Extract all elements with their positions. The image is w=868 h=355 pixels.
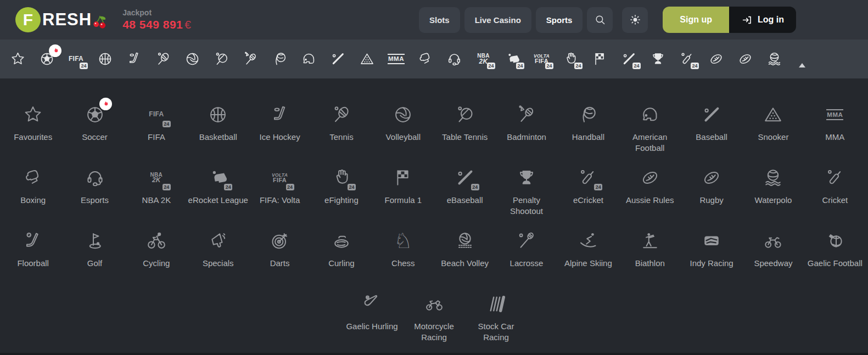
efighting-icon: 24	[562, 50, 579, 67]
sport-item-favourites[interactable]: Favourites	[2, 103, 64, 143]
bar-item-waterpolo[interactable]	[760, 45, 789, 74]
bar-item-ice-hockey[interactable]	[120, 45, 149, 74]
sport-item-specials[interactable]: Specials	[187, 229, 249, 269]
sport-item-golf[interactable]: Golf	[64, 229, 125, 269]
bar-item-aussie-rules[interactable]	[702, 45, 731, 74]
sport-item-esports[interactable]: Esports	[64, 166, 125, 206]
bar-item-favourites[interactable]	[3, 45, 32, 74]
sport-item-gaelic-hurling[interactable]: Gaelic Hurling	[341, 292, 403, 332]
rugby-icon	[737, 50, 754, 67]
sport-item-speedway[interactable]: Speedway	[742, 229, 804, 269]
bar-item-table-tennis[interactable]	[207, 45, 236, 74]
nav-sports[interactable]: Sports	[536, 7, 583, 33]
icon-box	[824, 229, 846, 253]
sport-item-ecricket[interactable]: 24eCricket	[557, 166, 619, 206]
sport-item-motorcycle-racing[interactable]: Motorcycle Racing	[403, 292, 465, 342]
bar-item-badminton[interactable]	[236, 45, 265, 74]
sport-item-lacrosse[interactable]: Lacrosse	[496, 229, 557, 269]
bar-item-handball[interactable]	[265, 45, 294, 74]
sport-item-fifa[interactable]: FIFA24FIFA	[126, 103, 187, 143]
sport-item-handball[interactable]: Handball	[557, 103, 619, 143]
sport-item-mma[interactable]: MMAMMA	[804, 103, 866, 143]
sport-item-curling[interactable]: Curling	[311, 229, 372, 269]
icon-box: 24	[577, 166, 599, 190]
sport-item-erocket-league[interactable]: 24eRocket League	[187, 166, 249, 206]
login-label: Log in	[758, 15, 784, 25]
sport-label: Speedway	[754, 258, 792, 269]
sport-item-fifa-volta[interactable]: VOLTAFIFA24FIFA: Volta	[249, 166, 310, 206]
icon-box: 24	[207, 166, 229, 190]
bar-item-american-football[interactable]	[294, 45, 323, 74]
sport-item-efighting[interactable]: 24eFighting	[311, 166, 372, 206]
sport-item-alpine-skiing[interactable]: Alpine Skiing	[557, 229, 619, 269]
sport-item-beach-volley[interactable]: Beach Volley	[434, 229, 495, 269]
sport-item-table-tennis[interactable]: Table Tennis	[434, 103, 495, 143]
sport-item-basketball[interactable]: Basketball	[187, 103, 249, 143]
sport-item-formula-1[interactable]: Formula 1	[372, 166, 434, 206]
sport-label: Cycling	[143, 258, 170, 269]
theme-toggle-button[interactable]	[622, 7, 648, 33]
sport-item-gaelic-football[interactable]: Gaelic Football	[804, 229, 866, 269]
bar-item-rugby[interactable]	[731, 45, 760, 74]
sport-item-nba-2k[interactable]: NBA2K24NBA 2K	[126, 166, 187, 206]
icon-box	[22, 103, 44, 127]
bar-item-fifa[interactable]: FIFA24	[61, 45, 91, 74]
sport-item-snooker[interactable]: Snooker	[742, 103, 804, 143]
snooker-icon	[762, 104, 784, 126]
sport-item-biathlon[interactable]: Biathlon	[619, 229, 681, 269]
bar-item-baseball[interactable]	[323, 45, 352, 74]
search-icon	[593, 13, 607, 26]
sport-item-ice-hockey[interactable]: Ice Hockey	[249, 103, 310, 143]
sport-item-darts[interactable]: Darts	[249, 229, 310, 269]
sport-item-aussie-rules[interactable]: Aussie Rules	[619, 166, 681, 206]
sport-item-tennis[interactable]: Tennis	[311, 103, 372, 143]
bar-item-formula-1[interactable]	[585, 45, 614, 74]
bar-item-basketball[interactable]	[91, 45, 120, 74]
sport-item-cycling[interactable]: Cycling	[126, 229, 187, 269]
sport-item-indy-racing[interactable]: Indy Racing	[681, 229, 742, 269]
bar-item-soccer[interactable]	[32, 45, 61, 74]
erocket-league-icon: 24	[504, 50, 521, 67]
bar-item-snooker[interactable]	[352, 45, 382, 74]
bar-item-esports[interactable]	[440, 45, 469, 74]
bar-item-efighting[interactable]: 24	[556, 45, 585, 74]
logo[interactable]: F RESH	[15, 7, 108, 32]
bar-item-ecricket[interactable]: 24	[673, 45, 702, 74]
nav-live-casino[interactable]: Live Casino	[464, 7, 531, 33]
sport-label: Cricket	[822, 195, 848, 206]
bar-item-mma[interactable]: MMA	[382, 45, 411, 74]
bar-item-penalty-shootout[interactable]	[643, 45, 673, 74]
gaelic-hurling-icon	[361, 293, 383, 315]
chip-24: 24	[348, 184, 356, 190]
bar-item-volleyball[interactable]	[178, 45, 207, 74]
bar-item-nba-2k[interactable]: NBA2K24	[469, 45, 498, 74]
sport-item-volleyball[interactable]: Volleyball	[372, 103, 434, 143]
nav-slots[interactable]: Slots	[419, 7, 460, 33]
sport-item-chess[interactable]: ♘Chess	[372, 229, 434, 269]
signup-button[interactable]: Sign up	[663, 7, 729, 33]
sport-item-stock-car-racing[interactable]: Stock Car Racing	[465, 292, 527, 342]
icon-box: MMA	[824, 103, 846, 127]
sport-item-american-football[interactable]: American Football	[619, 103, 681, 153]
star-icon	[22, 104, 44, 126]
bar-item-tennis[interactable]	[149, 45, 178, 74]
login-button[interactable]: Log in	[729, 7, 796, 33]
bar-item-ebaseball[interactable]: 24	[614, 45, 643, 74]
speedway-icon	[762, 230, 784, 252]
bar-item-boxing[interactable]	[411, 45, 440, 74]
sport-item-rugby[interactable]: Rugby	[681, 166, 742, 206]
sport-item-penalty-shootout[interactable]: Penalty Shootout	[496, 166, 557, 216]
sport-item-boxing[interactable]: Boxing	[2, 166, 64, 206]
sport-item-baseball[interactable]: Baseball	[681, 103, 742, 143]
sport-item-badminton[interactable]: Badminton	[496, 103, 557, 143]
chip-24: 24	[163, 184, 171, 190]
sport-item-cricket[interactable]: Cricket	[804, 166, 866, 206]
search-button[interactable]	[587, 7, 613, 33]
sport-item-soccer[interactable]: Soccer	[64, 103, 125, 143]
sport-item-waterpolo[interactable]: Waterpolo	[742, 166, 804, 206]
collapse-bar-button[interactable]	[794, 50, 810, 67]
bar-item-fifa-volta[interactable]: VOLTAFIFA24	[527, 45, 556, 74]
sport-item-ebaseball[interactable]: 24eBaseball	[434, 166, 495, 206]
bar-item-erocket-league[interactable]: 24	[498, 45, 527, 74]
sport-item-floorball[interactable]: Floorball	[2, 229, 64, 269]
